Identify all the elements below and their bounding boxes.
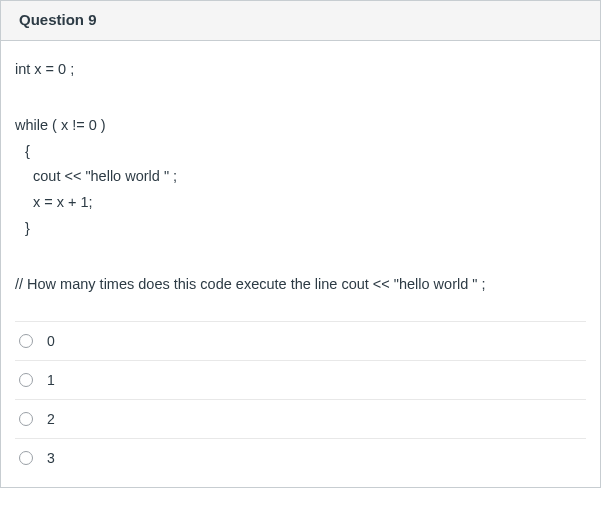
code-line: {	[15, 141, 586, 163]
code-line: }	[15, 218, 586, 240]
code-line: while ( x != 0 )	[15, 115, 586, 137]
radio-option-1[interactable]	[19, 373, 33, 387]
choice-label: 0	[47, 333, 55, 349]
radio-option-2[interactable]	[19, 412, 33, 426]
question-header: Question 9	[1, 0, 600, 41]
choice-row[interactable]: 1	[15, 361, 586, 400]
choices-list: 0 1 2 3	[15, 321, 586, 477]
radio-option-0[interactable]	[19, 334, 33, 348]
code-line: int x = 0 ;	[15, 59, 586, 81]
question-title: Question 9	[19, 11, 582, 28]
choice-row[interactable]: 0	[15, 322, 586, 361]
choice-label: 2	[47, 411, 55, 427]
choice-row[interactable]: 3	[15, 439, 586, 477]
code-line: cout << "hello world " ;	[15, 166, 586, 188]
choice-label: 1	[47, 372, 55, 388]
choice-row[interactable]: 2	[15, 400, 586, 439]
question-body: int x = 0 ; while ( x != 0 ) { cout << "…	[1, 41, 600, 487]
question-card: Question 9 int x = 0 ; while ( x != 0 ) …	[0, 0, 601, 488]
code-prompt: // How many times does this code execute…	[15, 274, 586, 296]
radio-option-3[interactable]	[19, 451, 33, 465]
gap	[15, 244, 586, 274]
gap	[15, 85, 586, 115]
code-line: x = x + 1;	[15, 192, 586, 214]
choice-label: 3	[47, 450, 55, 466]
